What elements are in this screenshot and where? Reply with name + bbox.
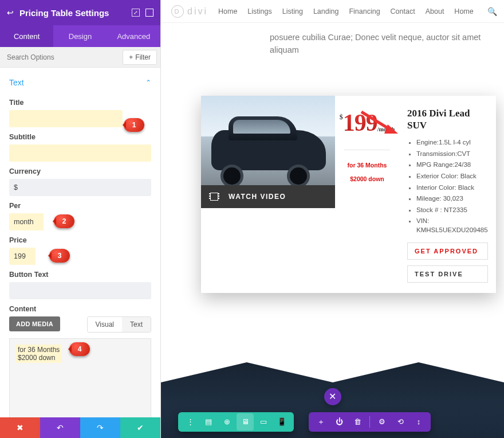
redo-button[interactable]: ↷ bbox=[80, 417, 120, 438]
cancel-button[interactable]: ✖ bbox=[0, 417, 40, 438]
panel-title: Pricing Table Settings bbox=[19, 8, 126, 18]
chevron-up-icon: ⌃ bbox=[145, 79, 151, 87]
site-nav: HomeListingsListingLandingFinancingConta… bbox=[218, 7, 474, 15]
card-media: WATCH VIDEO bbox=[201, 96, 335, 293]
input-title[interactable] bbox=[9, 110, 123, 127]
nav-link[interactable]: Financing bbox=[349, 7, 380, 15]
label-per: Per bbox=[9, 202, 151, 210]
label-subtitle: Subtitle bbox=[9, 133, 151, 141]
label-content: Content bbox=[9, 305, 151, 313]
panel-tabs: Content Design Advanced bbox=[0, 25, 160, 47]
tb-gear-icon[interactable]: ⚙ bbox=[373, 413, 391, 431]
undo-button[interactable]: ↶ bbox=[40, 417, 80, 438]
tb-history-icon[interactable]: ⟲ bbox=[392, 413, 409, 431]
test-drive-button[interactable]: TEST DRIVE bbox=[407, 265, 488, 283]
watch-video-button[interactable]: WATCH VIDEO bbox=[201, 185, 335, 208]
panel-body: Text ⌃ Title 1 Subtitle Currency Per 2 P… bbox=[0, 68, 160, 417]
preview-pane: D divi HomeListingsListingLandingFinanci… bbox=[161, 0, 504, 438]
hero: WATCH VIDEO $ 199 /month for 36 Months $… bbox=[161, 73, 504, 438]
site-logo[interactable]: D divi bbox=[171, 5, 208, 18]
tb-wireframe-icon[interactable]: ▤ bbox=[200, 413, 217, 431]
editor-tabs: Visual Text bbox=[87, 316, 151, 333]
tb-zoom-icon[interactable]: ⊕ bbox=[218, 413, 235, 431]
label-title: Title bbox=[9, 99, 151, 107]
site-topbar: D divi HomeListingsListingLandingFinanci… bbox=[161, 0, 504, 23]
nav-link[interactable]: Home bbox=[218, 7, 237, 15]
label-price: Price bbox=[9, 236, 151, 244]
module-toolbar: ＋ ⏻ 🗑 ⚙ ⟲ ↕ bbox=[309, 412, 431, 432]
tb-phone-icon[interactable]: 📱 bbox=[273, 413, 290, 431]
nav-link[interactable]: Listings bbox=[247, 7, 271, 15]
tb-trash-icon[interactable]: 🗑 bbox=[349, 413, 366, 431]
get-approved-button[interactable]: GET APPROVED bbox=[407, 243, 488, 260]
price-term: for 36 Months bbox=[348, 162, 387, 169]
input-button-text[interactable] bbox=[9, 282, 151, 299]
spec-list: Engine:1.5L I-4 cylTransmission:CVTMPG R… bbox=[407, 138, 488, 234]
editor-tab-text[interactable]: Text bbox=[122, 317, 151, 332]
intro-text: posuere cubilia Curae; Donec velit neque… bbox=[161, 23, 504, 73]
filter-label: Filter bbox=[135, 53, 151, 61]
filter-button[interactable]: + Filter bbox=[123, 50, 157, 65]
film-icon bbox=[210, 193, 218, 201]
vehicle-title: 2016 Divi Lead SUV bbox=[407, 107, 488, 132]
logo-mark-icon: D bbox=[171, 5, 184, 18]
watch-video-label: WATCH VIDEO bbox=[229, 193, 286, 201]
vehicle-image bbox=[201, 96, 335, 185]
listing-card: WATCH VIDEO $ 199 /month for 36 Months $… bbox=[201, 96, 496, 293]
annotation-arrow bbox=[360, 111, 400, 139]
nav-link[interactable]: Listing bbox=[282, 7, 303, 15]
tb-power-icon[interactable]: ⏻ bbox=[330, 413, 348, 431]
snap-icon[interactable] bbox=[145, 9, 153, 17]
tab-content[interactable]: Content bbox=[0, 25, 53, 47]
input-price[interactable] bbox=[9, 248, 36, 265]
divider bbox=[344, 150, 390, 150]
search-input[interactable] bbox=[0, 53, 123, 61]
nav-link[interactable]: About bbox=[426, 7, 444, 15]
callout-2: 2 bbox=[54, 214, 74, 228]
panel-footer: ✖ ↶ ↷ ✔ bbox=[0, 417, 160, 438]
plus-icon: + bbox=[129, 53, 133, 61]
section-text[interactable]: Text ⌃ bbox=[9, 73, 151, 93]
search-icon[interactable]: 🔍 bbox=[487, 7, 497, 16]
close-fab[interactable]: ✕ bbox=[324, 388, 341, 405]
tab-advanced[interactable]: Advanced bbox=[107, 25, 160, 47]
tb-tablet-icon[interactable]: ▭ bbox=[255, 413, 272, 431]
expand-icon[interactable]: ⤢ bbox=[132, 9, 140, 17]
v-divider bbox=[161, 342, 504, 382]
content-editor[interactable]: for 36 Months$2000 down 4 bbox=[9, 338, 151, 417]
spec-item: Engine:1.5L I-4 cyl bbox=[416, 138, 488, 147]
responsive-toolbar: ⋮ ▤ ⊕ 🖥 ▭ 📱 bbox=[178, 412, 294, 432]
editor-line-1: for 36 Months$2000 down bbox=[15, 345, 62, 363]
tb-menu-icon[interactable]: ⋮ bbox=[182, 413, 199, 431]
spec-item: VIN: KMHSL5UEXDU209485 bbox=[416, 217, 488, 234]
spec-item: Stock # : NT2335 bbox=[416, 206, 488, 215]
search-row: + Filter bbox=[0, 47, 160, 68]
callout-1: 1 bbox=[124, 118, 144, 132]
settings-panel: ↩ Pricing Table Settings ⤢ Content Desig… bbox=[0, 0, 161, 438]
spec-item: Mileage: 30,023 bbox=[416, 194, 488, 204]
nav-link[interactable]: Landing bbox=[313, 7, 339, 15]
price-down: $2000 down bbox=[350, 175, 384, 182]
input-currency[interactable] bbox=[9, 179, 151, 196]
spec-item: Interior Color: Black bbox=[416, 183, 488, 193]
nav-link[interactable]: Home bbox=[454, 7, 473, 15]
logo-text: divi bbox=[187, 6, 208, 17]
back-icon[interactable]: ↩ bbox=[7, 8, 14, 17]
nav-link[interactable]: Contact bbox=[391, 7, 415, 15]
tb-sort-icon[interactable]: ↕ bbox=[410, 413, 427, 431]
input-per[interactable] bbox=[9, 213, 44, 230]
spec-item: Transmission:CVT bbox=[416, 150, 488, 159]
callout-3: 3 bbox=[49, 249, 70, 263]
tb-desktop-icon[interactable]: 🖥 bbox=[237, 413, 254, 431]
section-text-label: Text bbox=[9, 78, 24, 87]
add-media-button[interactable]: ADD MEDIA bbox=[9, 316, 60, 331]
save-button[interactable]: ✔ bbox=[120, 417, 160, 438]
label-currency: Currency bbox=[9, 167, 151, 175]
tb-add-icon[interactable]: ＋ bbox=[312, 413, 329, 431]
editor-tab-visual[interactable]: Visual bbox=[88, 317, 122, 332]
card-details: 2016 Divi Lead SUV Engine:1.5L I-4 cylTr… bbox=[399, 96, 496, 293]
input-subtitle[interactable] bbox=[9, 144, 151, 162]
tab-design[interactable]: Design bbox=[53, 25, 107, 47]
spec-item: MPG Range:24/38 bbox=[416, 161, 488, 170]
callout-4: 4 bbox=[69, 342, 90, 356]
